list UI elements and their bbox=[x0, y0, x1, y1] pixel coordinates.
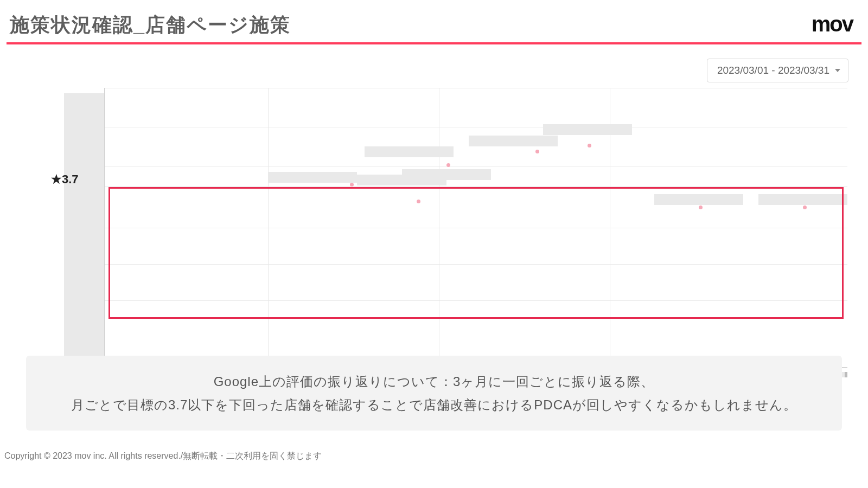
page-title: 施策状況確認_店舗ページ施策 bbox=[10, 12, 291, 38]
rating-dot bbox=[588, 144, 591, 147]
rating-bar bbox=[654, 194, 743, 205]
rating-dot bbox=[803, 206, 807, 209]
grid-line bbox=[105, 127, 847, 127]
header-divider bbox=[7, 42, 861, 44]
rating-bar bbox=[365, 146, 454, 157]
rating-chart: ★3.7 bbox=[64, 88, 847, 368]
date-range-picker[interactable]: 2023/03/01 - 2023/03/31 bbox=[707, 59, 848, 82]
plot-area bbox=[104, 88, 847, 368]
caption-line: Google上の評価の振り返りについて：3ヶ月に一回ごとに振り返る際、 bbox=[48, 370, 820, 393]
caption-box: Google上の評価の振り返りについて：3ヶ月に一回ごとに振り返る際、 月ごとで… bbox=[26, 356, 842, 431]
rating-dot bbox=[699, 206, 703, 209]
y-axis-band bbox=[64, 93, 104, 367]
date-range-value: 2023/03/01 - 2023/03/31 bbox=[717, 65, 829, 76]
rating-bar bbox=[469, 136, 558, 146]
grid-line bbox=[105, 186, 847, 187]
copyright-footer: Copyright © 2023 mov inc. All rights res… bbox=[4, 451, 322, 462]
rating-dot bbox=[417, 200, 420, 203]
rating-bar bbox=[543, 124, 632, 135]
grid-line bbox=[268, 88, 269, 362]
caption-line: 月ごとで目標の3.7以下を下回った店舗を確認することで店舗改善におけるPDCAが… bbox=[48, 393, 820, 416]
threshold-label: ★3.7 bbox=[51, 172, 79, 187]
grid-line bbox=[105, 264, 847, 265]
grid-line bbox=[105, 88, 847, 88]
grid-line bbox=[105, 300, 847, 301]
rating-bar bbox=[402, 169, 491, 180]
rating-bar bbox=[268, 172, 357, 183]
brand-logo: mov bbox=[812, 12, 853, 36]
grid-line bbox=[105, 228, 847, 228]
grid-line bbox=[439, 88, 439, 362]
chevron-down-icon bbox=[835, 69, 840, 72]
grid-line bbox=[105, 166, 847, 166]
rating-bar bbox=[758, 194, 847, 205]
below-threshold-highlight bbox=[108, 187, 844, 319]
rating-dot bbox=[535, 150, 539, 153]
